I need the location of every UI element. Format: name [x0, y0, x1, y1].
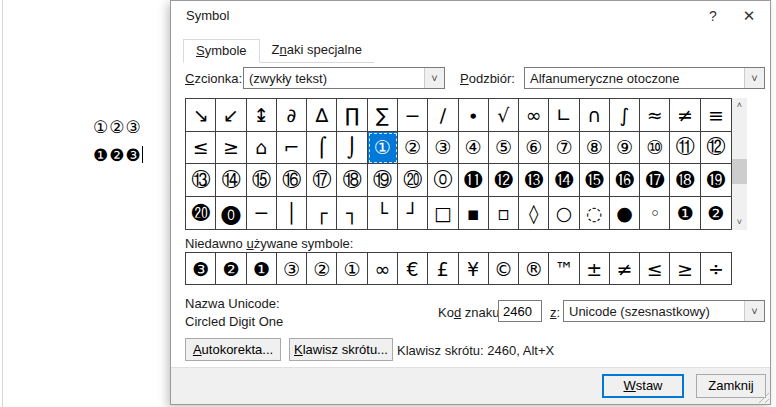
symbol-cell[interactable]: ≠	[670, 99, 700, 132]
recent-symbol-cell[interactable]: ①	[337, 253, 367, 284]
recent-symbol-cell[interactable]: ©	[489, 253, 519, 284]
symbol-cell[interactable]: ◊	[519, 197, 549, 230]
symbol-cell[interactable]: ⓱	[640, 164, 670, 197]
symbol-cell[interactable]: ⑰	[307, 164, 337, 197]
symbol-cell[interactable]: ⌐	[277, 132, 307, 165]
symbol-cell[interactable]: ⓪	[428, 164, 458, 197]
symbol-cell[interactable]: ∞	[519, 99, 549, 132]
symbol-cell[interactable]: ┐	[337, 197, 367, 230]
font-dropdown[interactable]: (zwykły tekst) ˅	[243, 67, 445, 89]
symbol-cell[interactable]: ┘	[398, 197, 428, 230]
symbol-cell[interactable]: ⓳	[701, 164, 731, 197]
recent-symbol-cell[interactable]: ③	[277, 253, 307, 284]
recent-symbol-cell[interactable]: ❷	[216, 253, 246, 284]
scrollbar-thumb[interactable]	[732, 159, 747, 184]
symbol-cell[interactable]: ②	[398, 132, 428, 165]
symbol-cell[interactable]: ⌠	[307, 132, 337, 165]
symbol-cell[interactable]: ⑤	[489, 132, 519, 165]
chevron-down-icon[interactable]: ˅	[424, 68, 444, 88]
symbol-cell[interactable]: ⓰	[610, 164, 640, 197]
symbol-cell[interactable]: ⓿	[216, 197, 246, 230]
recent-symbol-cell[interactable]: ≤	[640, 253, 670, 284]
symbol-cell[interactable]: ⑱	[337, 164, 367, 197]
chevron-down-icon[interactable]: ˅	[744, 68, 764, 88]
symbol-cell[interactable]: ⓮	[549, 164, 579, 197]
symbol-cell[interactable]: ∙	[459, 99, 489, 132]
recent-symbol-cell[interactable]: ≥	[670, 253, 700, 284]
symbol-cell[interactable]: ∂	[277, 99, 307, 132]
symbol-cell[interactable]: ◦	[640, 197, 670, 230]
symbol-cell[interactable]: ⑫	[701, 132, 731, 165]
symbol-cell[interactable]: ●	[610, 197, 640, 230]
close-button[interactable]: Zamknij	[696, 374, 766, 398]
tab-special-characters[interactable]: Znaki specjalne	[260, 39, 374, 63]
symbol-cell[interactable]: ⑮	[247, 164, 277, 197]
recent-symbol-cell[interactable]: ®	[519, 253, 549, 284]
recent-symbol-cell[interactable]: ¥	[459, 253, 489, 284]
autocorrect-button[interactable]: Autokorekta...	[185, 338, 281, 361]
symbol-cell[interactable]: ④	[459, 132, 489, 165]
symbol-cell[interactable]: ⑩	[640, 132, 670, 165]
symbol-cell[interactable]: │	[277, 197, 307, 230]
chevron-down-icon[interactable]: ˅	[744, 301, 764, 321]
symbol-cell[interactable]: ⓬	[489, 164, 519, 197]
recent-symbol-cell[interactable]: ❶	[247, 253, 277, 284]
close-icon[interactable]: ✕	[732, 1, 766, 31]
symbol-cell[interactable]: ─	[247, 197, 277, 230]
symbol-cell[interactable]: ⑲	[368, 164, 398, 197]
symbol-cell[interactable]: ❷	[701, 197, 731, 230]
symbol-cell[interactable]: ∫	[610, 99, 640, 132]
recent-symbol-cell[interactable]: ❸	[186, 253, 216, 284]
from-dropdown[interactable]: Unicode (szesnastkowy) ˅	[563, 300, 765, 322]
symbol-cell[interactable]: ▫	[489, 197, 519, 230]
symbol-cell[interactable]: ↘	[186, 99, 216, 132]
symbol-cell[interactable]: ❶	[670, 197, 700, 230]
symbol-cell[interactable]: ↙	[216, 99, 246, 132]
recent-symbol-cell[interactable]: ≠	[610, 253, 640, 284]
dialog-titlebar[interactable]: Symbol ? ✕	[171, 1, 770, 31]
symbol-cell[interactable]: ⓭	[519, 164, 549, 197]
symbol-cell[interactable]: ⑯	[277, 164, 307, 197]
symbol-cell[interactable]: ⑬	[186, 164, 216, 197]
char-code-input[interactable]	[498, 300, 542, 322]
recent-symbol-cell[interactable]: ∞	[368, 253, 398, 284]
recent-symbol-cell[interactable]: ②	[307, 253, 337, 284]
symbol-cell[interactable]: ┌	[307, 197, 337, 230]
symbol-grid-scrollbar[interactable]: ˄ ˅	[732, 98, 747, 230]
symbol-cell[interactable]: ⑥	[519, 132, 549, 165]
symbol-cell[interactable]: ∕	[428, 99, 458, 132]
symbol-cell[interactable]: ⑦	[549, 132, 579, 165]
scroll-down-icon[interactable]: ˅	[732, 215, 747, 230]
symbol-cell[interactable]: ∟	[549, 99, 579, 132]
symbol-cell[interactable]: ○	[549, 197, 579, 230]
symbol-cell[interactable]: ⌡	[337, 132, 367, 165]
shortcut-key-button[interactable]: Klawisz skrótu...	[289, 338, 393, 361]
symbol-cell[interactable]: ⓴	[186, 197, 216, 230]
symbol-cell[interactable]: √	[489, 99, 519, 132]
symbol-cell[interactable]: ⓫	[459, 164, 489, 197]
recent-symbol-cell[interactable]: €	[398, 253, 428, 284]
symbol-cell[interactable]: ⑨	[610, 132, 640, 165]
symbol-cell[interactable]: ↨	[247, 99, 277, 132]
subset-dropdown[interactable]: Alfanumeryczne otoczone ˅	[524, 67, 765, 89]
insert-button[interactable]: Wstaw	[602, 374, 684, 398]
symbol-cell[interactable]: ≈	[640, 99, 670, 132]
scroll-up-icon[interactable]: ˄	[732, 98, 747, 113]
symbol-cell[interactable]: └	[368, 197, 398, 230]
symbol-cell[interactable]: ⌂	[247, 132, 277, 165]
help-icon[interactable]: ?	[696, 1, 730, 31]
symbol-cell[interactable]: ⓲	[670, 164, 700, 197]
symbol-cell[interactable]: ∑	[368, 99, 398, 132]
recent-symbol-cell[interactable]: £	[428, 253, 458, 284]
symbol-cell[interactable]: ⑳	[398, 164, 428, 197]
symbol-cell[interactable]: ◌	[580, 197, 610, 230]
symbol-cell[interactable]: ∆	[307, 99, 337, 132]
symbol-cell[interactable]: ∩	[580, 99, 610, 132]
symbol-cell[interactable]: ≤	[186, 132, 216, 165]
symbol-cell[interactable]: □	[428, 197, 458, 230]
symbol-cell[interactable]: ⓯	[580, 164, 610, 197]
recent-symbol-cell[interactable]: ™	[549, 253, 579, 284]
tab-symbols[interactable]: Symbole	[183, 39, 260, 63]
symbol-cell[interactable]: ⑪	[670, 132, 700, 165]
symbol-cell[interactable]: ∏	[337, 99, 367, 132]
